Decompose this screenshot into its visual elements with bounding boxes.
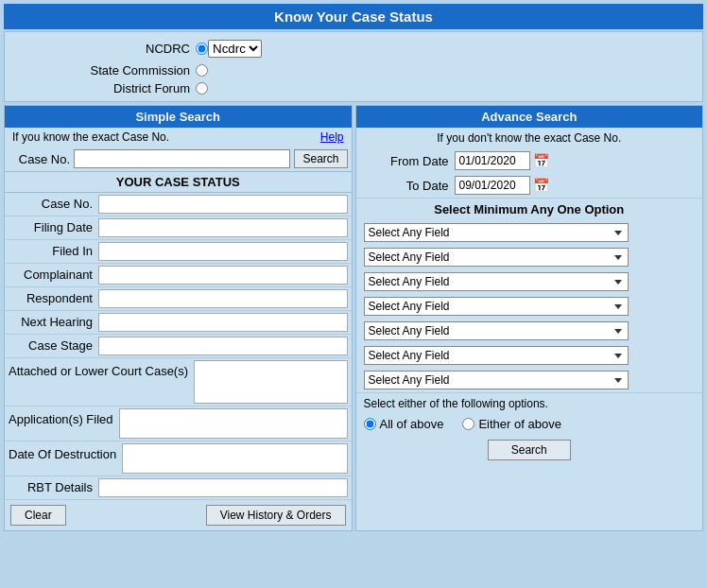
select-row-3: Select Any Field Select Field [356,269,703,294]
status-value-complainant [98,266,348,285]
select-row-2: Select Any Field Select Field [356,245,703,269]
status-label-rbt: RBT Details [9,478,98,494]
district-forum-radio[interactable] [196,82,208,95]
status-value-next-hearing [98,313,348,332]
status-label-case-stage: Case Stage [9,337,98,353]
status-label-respondent: Respondent [9,289,98,305]
from-date-calendar-icon[interactable]: 📅 [533,153,549,168]
radio-either[interactable] [462,418,474,430]
case-no-row: Case No. Search [5,147,352,171]
select-field-7[interactable]: Select Any Field Select Field [364,371,629,389]
status-row-case-no: Case No. [5,193,352,216]
min-option-header: Select Minimum Any One Option [356,198,703,220]
hint-text: If you know the exact Case No. [12,130,169,144]
radio-all[interactable] [364,418,376,430]
advance-search-header: Advance Search [356,106,703,128]
status-row-applications: Application(s) Filed [5,406,352,441]
to-date-input[interactable] [455,176,530,195]
bottom-buttons: Clear View History & Orders [5,500,352,530]
radio-either-text: Either of above [478,417,560,431]
to-date-row: To Date 📅 [356,173,703,198]
status-label-attached: Attached or Lower Court Case(s) [9,360,194,378]
select-row-4: Select Any Field Select Field [356,294,703,319]
ncdrc-radio[interactable] [196,43,208,55]
select-field-6[interactable]: Select Any Field Select Field [364,346,629,365]
simple-search-hint: If you know the exact Case No. Help [5,128,352,147]
ncdrc-row: NCDRC Ncdrc [12,36,695,61]
status-value-respondent [98,289,348,308]
status-row-next-hearing: Next Hearing [5,311,352,335]
status-value-date-destruction [122,443,347,474]
status-row-filing-date: Filing Date [5,216,352,240]
radio-all-text: All of above [380,417,444,431]
district-forum-label: District Forum [20,81,190,95]
simple-search-button[interactable]: Search [294,149,347,168]
to-date-calendar-icon[interactable]: 📅 [533,178,549,193]
advance-search-panel: Advance Search If you don't know the exa… [355,105,704,531]
page-title: Know Your Case Status [4,4,703,29]
either-text: Select either of the following options. [356,392,703,414]
case-no-input[interactable] [74,149,290,168]
clear-button[interactable]: Clear [10,505,66,526]
state-commission-label: State Commission [20,63,190,78]
from-date-input[interactable] [455,151,530,170]
ncdrc-select[interactable]: Ncdrc [208,40,262,58]
status-label-complainant: Complainant [9,266,98,282]
simple-search-panel: Simple Search If you know the exact Case… [4,105,353,531]
help-link[interactable]: Help [320,130,344,144]
status-row-complainant: Complainant [5,264,352,287]
select-field-3[interactable]: Select Any Field Select Field [364,272,629,291]
select-field-2[interactable]: Select Any Field Select Field [364,248,629,267]
status-value-attached [194,360,347,404]
status-row-case-stage: Case Stage [5,335,352,358]
simple-search-header: Simple Search [5,106,352,128]
status-row-attached: Attached or Lower Court Case(s) [5,358,352,406]
view-history-button[interactable]: View History & Orders [206,505,346,526]
radio-options: All of above Either of above [356,414,703,434]
status-label-next-hearing: Next Hearing [9,313,98,329]
select-field-5[interactable]: Select Any Field Select Field [364,321,629,340]
to-date-label: To Date [364,179,449,193]
select-field-4[interactable]: Select Any Field Select Field [364,297,629,316]
status-label-date-destruction: Date Of Destruction [9,443,122,461]
status-value-applications [119,408,348,439]
status-label-filed-in: Filed In [9,242,98,258]
status-label-applications: Application(s) Filed [9,408,119,426]
district-forum-row: District Forum [12,79,695,97]
radio-all-label[interactable]: All of above [364,417,444,431]
select-row-1: Select Any Field Select Field [356,220,703,245]
status-row-filed-in: Filed In [5,240,352,264]
status-row-rbt: RBT Details [5,476,352,500]
state-commission-radio[interactable] [196,64,208,77]
status-value-rbt [98,478,348,497]
select-row-5: Select Any Field Select Field [356,319,703,343]
select-row-6: Select Any Field Select Field [356,343,703,368]
status-row-respondent: Respondent [5,287,352,311]
radio-either-label[interactable]: Either of above [462,417,560,431]
advance-search-hint: If you don't know the exact Case No. [356,128,703,148]
from-date-label: From Date [364,154,449,168]
status-value-case-stage [98,337,348,355]
case-no-label: Case No. [9,152,70,166]
status-value-case-no [98,195,348,214]
case-status-header: YOUR CASE STATUS [5,171,352,193]
state-commission-row: State Commission [12,61,695,79]
select-field-1[interactable]: Select Any Field Select Field [364,223,629,242]
advance-search-btn-row: Search [356,434,703,466]
status-row-date-destruction: Date Of Destruction [5,441,352,476]
status-value-filing-date [98,218,348,237]
select-row-7: Select Any Field Select Field [356,368,703,392]
status-value-filed-in [98,242,348,261]
status-label-filing-date: Filing Date [9,218,98,234]
ncdrc-label: NCDRC [20,42,190,56]
from-date-row: From Date 📅 [356,148,703,173]
advance-search-button[interactable]: Search [488,440,571,460]
status-label-case-no: Case No. [9,195,98,211]
